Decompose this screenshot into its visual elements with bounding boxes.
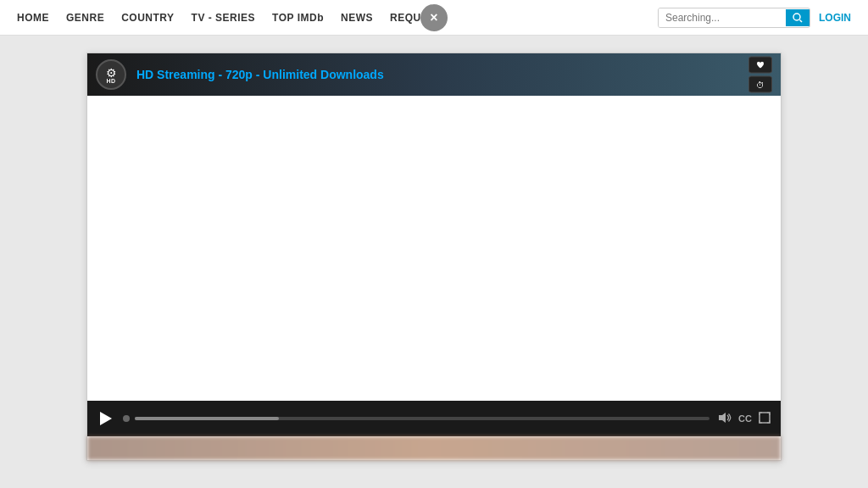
nav-right: LOGIN — [658, 8, 851, 28]
svg-line-1 — [800, 19, 803, 22]
heart-icon — [756, 61, 765, 69]
video-player: ⚙ HD HD Streaming - 720p - Unlimited Dow… — [86, 53, 782, 461]
nav-links: HOME GENRE COUNTRY TV - SERIES TOP IMDb … — [17, 11, 442, 24]
control-icons: CC — [718, 412, 771, 426]
search-button[interactable] — [786, 9, 810, 26]
nav-item-tv-series[interactable]: TV - SERIES — [192, 11, 256, 24]
play-button[interactable] — [97, 410, 114, 427]
nav-link-news[interactable]: NEWS — [341, 12, 373, 24]
main-content: ⚙ HD HD Streaming - 720p - Unlimited Dow… — [0, 36, 868, 478]
bottom-decoration — [87, 436, 781, 460]
volume-indicator — [123, 415, 130, 422]
fullscreen-icon[interactable] — [759, 412, 771, 426]
watchlist-button[interactable]: ⏱ — [748, 76, 772, 93]
nav-link-top-imdb[interactable]: TOP IMDb — [272, 12, 324, 24]
nav-link-genre[interactable]: GENRE — [66, 12, 104, 24]
nav-item-top-imdb[interactable]: TOP IMDb — [272, 11, 324, 24]
player-title: HD Streaming - 720p - Unlimited Download… — [136, 68, 384, 81]
player-header: ⚙ HD HD Streaming - 720p - Unlimited Dow… — [87, 53, 781, 96]
nav-item-news[interactable]: NEWS — [341, 11, 373, 24]
hd-label: HD — [106, 78, 115, 84]
progress-track[interactable] — [135, 417, 709, 420]
nav-item-country[interactable]: COUNTRY — [121, 11, 174, 24]
navbar: HOME GENRE COUNTRY TV - SERIES TOP IMDb … — [0, 0, 868, 36]
svg-rect-3 — [760, 413, 770, 423]
video-area[interactable] — [87, 96, 781, 401]
clock-icon: ⏱ — [756, 80, 765, 89]
nav-link-tv-series[interactable]: TV - SERIES — [192, 12, 256, 24]
login-button[interactable]: LOGIN — [819, 12, 851, 24]
play-icon — [100, 412, 112, 425]
close-button[interactable]: × — [420, 4, 448, 31]
cc-icon[interactable]: CC — [738, 413, 752, 424]
nav-link-home[interactable]: HOME — [17, 12, 49, 24]
volume-icon[interactable] — [718, 412, 732, 426]
search-box — [658, 8, 810, 28]
nav-item-genre[interactable]: GENRE — [66, 11, 104, 24]
player-actions: ⏱ — [748, 57, 772, 93]
like-button[interactable] — [748, 57, 772, 74]
player-controls: CC — [87, 401, 781, 436]
hd-badge: ⚙ HD — [96, 59, 126, 90]
search-input[interactable] — [659, 8, 786, 27]
nav-link-country[interactable]: COUNTRY — [121, 12, 174, 24]
svg-marker-2 — [719, 413, 726, 423]
search-icon — [793, 13, 803, 23]
progress-fill — [135, 417, 279, 420]
progress-bar-container — [123, 415, 709, 422]
nav-item-home[interactable]: HOME — [17, 11, 49, 24]
svg-point-0 — [793, 14, 800, 20]
